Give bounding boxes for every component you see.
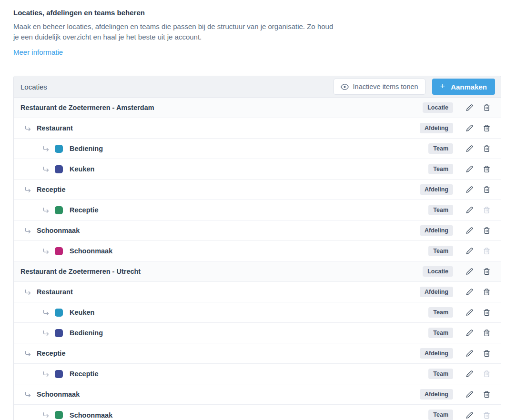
delete-button[interactable] <box>483 206 490 214</box>
corner-down-right-icon <box>42 411 50 419</box>
table-row: Bediening Team <box>14 139 501 159</box>
edit-button[interactable] <box>465 206 473 214</box>
row-left: Restaurant de Zoetermeren - Utrecht <box>14 268 423 275</box>
corner-down-right-icon <box>24 125 31 132</box>
table-row: Restaurant de Zoetermeren - Amsterdam Lo… <box>14 98 501 118</box>
plus-icon: + <box>440 82 445 90</box>
edit-button[interactable] <box>465 185 473 194</box>
delete-button[interactable] <box>483 124 490 132</box>
edit-button[interactable] <box>465 267 473 276</box>
table-row: Restaurant Afdeling <box>14 118 501 139</box>
delete-button[interactable] <box>483 288 490 296</box>
type-badge: Afdeling <box>420 287 453 298</box>
edit-button[interactable] <box>465 124 473 132</box>
row-left: Restaurant de Zoetermeren - Amsterdam <box>14 104 423 111</box>
pencil-icon <box>466 206 473 214</box>
edit-button[interactable] <box>465 103 473 112</box>
table-row: Restaurant Afdeling <box>14 282 501 302</box>
type-badge: Afdeling <box>420 184 453 195</box>
pencil-icon <box>466 124 473 132</box>
row-left: Bediening <box>14 329 428 337</box>
row-label: Schoonmaak <box>37 390 80 398</box>
edit-button[interactable] <box>465 247 473 255</box>
pencil-icon <box>466 350 473 357</box>
trash-icon <box>483 145 490 152</box>
type-badge: Team <box>428 143 453 154</box>
row-actions: Team <box>428 307 490 318</box>
create-button[interactable]: + Aanmaken <box>432 79 495 95</box>
delete-button[interactable] <box>483 390 490 399</box>
edit-button[interactable] <box>465 226 473 235</box>
row-label: Receptie <box>37 186 65 193</box>
trash-icon <box>483 124 490 132</box>
delete-button[interactable] <box>483 370 490 378</box>
edit-button[interactable] <box>465 349 473 358</box>
row-label: Restaurant <box>37 124 73 132</box>
delete-button[interactable] <box>483 144 490 153</box>
row-left: Receptie <box>14 186 420 193</box>
table-row: Schoonmaak Afdeling <box>14 220 501 241</box>
edit-button[interactable] <box>465 370 473 378</box>
corner-down-right-icon <box>42 309 50 316</box>
corner-down-right-icon <box>42 248 50 255</box>
trash-icon <box>483 309 490 316</box>
row-label: Receptie <box>70 370 98 378</box>
corner-down-right-icon <box>42 207 50 214</box>
team-color-dot <box>55 206 63 214</box>
row-left: Schoonmaak <box>14 227 420 234</box>
team-color-dot <box>55 145 63 153</box>
delete-button[interactable] <box>483 411 490 420</box>
delete-button[interactable] <box>483 247 490 255</box>
edit-button[interactable] <box>465 288 473 296</box>
delete-button[interactable] <box>483 165 490 173</box>
show-inactive-label: Inactieve items tonen <box>353 83 418 90</box>
team-color-dot <box>55 247 63 255</box>
row-left: Schoonmaak <box>14 247 428 255</box>
row-left: Keuken <box>14 309 428 317</box>
trash-icon <box>483 329 490 337</box>
row-actions: Afdeling <box>420 184 490 195</box>
edit-button[interactable] <box>465 165 473 173</box>
delete-button[interactable] <box>483 349 490 358</box>
row-left: Schoonmaak <box>14 411 428 419</box>
delete-button[interactable] <box>483 267 490 276</box>
trash-icon <box>483 104 490 111</box>
corner-down-right-icon <box>24 227 31 234</box>
trash-icon <box>483 268 490 275</box>
row-label: Bediening <box>70 329 103 337</box>
row-left: Receptie <box>14 370 428 378</box>
edit-button[interactable] <box>465 390 473 399</box>
edit-button[interactable] <box>465 411 473 420</box>
row-actions: Team <box>428 205 490 216</box>
edit-button[interactable] <box>465 329 473 337</box>
delete-button[interactable] <box>483 103 490 112</box>
edit-button[interactable] <box>465 308 473 317</box>
row-label: Restaurant de Zoetermeren - Amsterdam <box>20 104 154 111</box>
trash-icon <box>483 390 490 398</box>
row-actions: Team <box>428 143 490 154</box>
type-badge: Afdeling <box>420 225 453 236</box>
type-badge: Team <box>428 205 453 216</box>
table-row: Schoonmaak Afdeling <box>14 384 501 405</box>
type-badge: Team <box>428 307 453 318</box>
table-row: Keuken Team <box>14 159 501 180</box>
row-label: Restaurant <box>37 288 73 296</box>
delete-button[interactable] <box>483 329 490 337</box>
row-actions: Afdeling <box>420 225 490 236</box>
row-left: Schoonmaak <box>14 390 420 398</box>
show-inactive-button[interactable]: Inactieve items tonen <box>334 79 425 95</box>
pencil-icon <box>466 104 473 111</box>
delete-button[interactable] <box>483 185 490 194</box>
pencil-icon <box>466 165 473 173</box>
row-label: Restaurant de Zoetermeren - Utrecht <box>20 268 141 275</box>
table-row: Keuken Team <box>14 302 501 323</box>
more-info-link[interactable]: Meer informatie <box>13 48 63 56</box>
table-row: Receptie Afdeling <box>14 343 501 364</box>
edit-button[interactable] <box>465 144 473 153</box>
delete-button[interactable] <box>483 226 490 235</box>
row-left: Receptie <box>14 206 428 214</box>
type-badge: Locatie <box>423 102 453 113</box>
locations-panel: Locaties Inactieve items tonen + Aanmake… <box>13 76 501 420</box>
delete-button[interactable] <box>483 308 490 317</box>
team-color-dot <box>55 329 63 337</box>
